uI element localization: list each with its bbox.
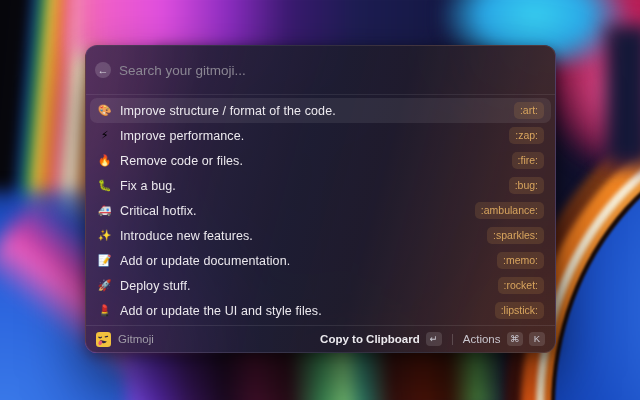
back-button[interactable]: ← <box>95 62 111 78</box>
gitmoji-code-badge: :ambulance: <box>475 202 544 219</box>
gitmoji-emoji-icon: 🚑 <box>97 205 112 216</box>
gitmoji-list-item[interactable]: 💄 Add or update the UI and style files. … <box>90 298 551 323</box>
gitmoji-description: Improve structure / format of the code. <box>120 104 514 118</box>
gitmoji-description: Fix a bug. <box>120 179 509 193</box>
gitmoji-launcher-window: ← 🎨 Improve structure / format of the co… <box>85 45 556 353</box>
gitmoji-description: Deploy stuff. <box>120 279 498 293</box>
gitmoji-list-item[interactable]: 🚀 Deploy stuff. :rocket: <box>90 273 551 298</box>
gitmoji-list-item[interactable]: 🎨 Improve structure / format of the code… <box>90 98 551 123</box>
gitmoji-code-badge: :art: <box>514 102 544 119</box>
primary-action-label: Copy to Clipboard <box>320 333 420 345</box>
gitmoji-emoji-icon: ⚡ <box>97 130 112 141</box>
back-arrow-icon: ← <box>98 62 109 78</box>
gitmoji-list-item[interactable]: ✨ Introduce new features. :sparkles: <box>90 223 551 248</box>
gitmoji-logo-icon <box>96 332 111 347</box>
actions-label: Actions <box>463 333 501 345</box>
gitmoji-emoji-icon: 🔥 <box>97 155 112 166</box>
app-name: Gitmoji <box>118 333 154 345</box>
gitmoji-code-badge: :lipstick: <box>495 302 544 319</box>
footer-separator <box>452 334 453 345</box>
cmd-key-badge: ⌘ <box>507 332 524 345</box>
gitmoji-code-badge: :bug: <box>509 177 544 194</box>
search-input[interactable] <box>117 62 546 79</box>
gitmoji-description: Add or update the UI and style files. <box>120 304 495 318</box>
gitmoji-list-item[interactable]: ⚡ Improve performance. :zap: <box>90 123 551 148</box>
gitmoji-list-item[interactable]: 🔥 Remove code or files. :fire: <box>90 148 551 173</box>
status-bar: Gitmoji Copy to Clipboard ↵ Actions ⌘ K <box>86 325 555 352</box>
gitmoji-list-item[interactable]: 🚑 Critical hotfix. :ambulance: <box>90 198 551 223</box>
search-bar: ← <box>86 46 555 94</box>
gitmoji-emoji-icon: 💄 <box>97 305 112 316</box>
gitmoji-list: 🎨 Improve structure / format of the code… <box>86 95 555 325</box>
gitmoji-description: Remove code or files. <box>120 154 512 168</box>
gitmoji-code-badge: :fire: <box>512 152 544 169</box>
gitmoji-code-badge: :rocket: <box>498 277 544 294</box>
gitmoji-description: Add or update documentation. <box>120 254 497 268</box>
copy-to-clipboard-button[interactable]: Copy to Clipboard ↵ <box>320 332 442 345</box>
gitmoji-emoji-icon: 🐛 <box>97 180 112 191</box>
gitmoji-list-item[interactable]: 🐛 Fix a bug. :bug: <box>90 173 551 198</box>
gitmoji-description: Improve performance. <box>120 129 509 143</box>
gitmoji-emoji-icon: 🚀 <box>97 280 112 291</box>
gitmoji-list-item[interactable]: 📝 Add or update documentation. :memo: <box>90 248 551 273</box>
gitmoji-code-badge: :memo: <box>497 252 544 269</box>
gitmoji-emoji-icon: 📝 <box>97 255 112 266</box>
desktop: ← 🎨 Improve structure / format of the co… <box>0 0 640 400</box>
gitmoji-description: Introduce new features. <box>120 229 487 243</box>
gitmoji-description: Critical hotfix. <box>120 204 475 218</box>
gitmoji-code-badge: :sparkles: <box>487 227 544 244</box>
actions-button[interactable]: Actions ⌘ K <box>463 332 545 345</box>
gitmoji-emoji-icon: ✨ <box>97 230 112 241</box>
enter-key-badge: ↵ <box>426 332 442 345</box>
k-key-badge: K <box>529 332 545 345</box>
gitmoji-code-badge: :zap: <box>509 127 544 144</box>
gitmoji-emoji-icon: 🎨 <box>97 105 112 116</box>
